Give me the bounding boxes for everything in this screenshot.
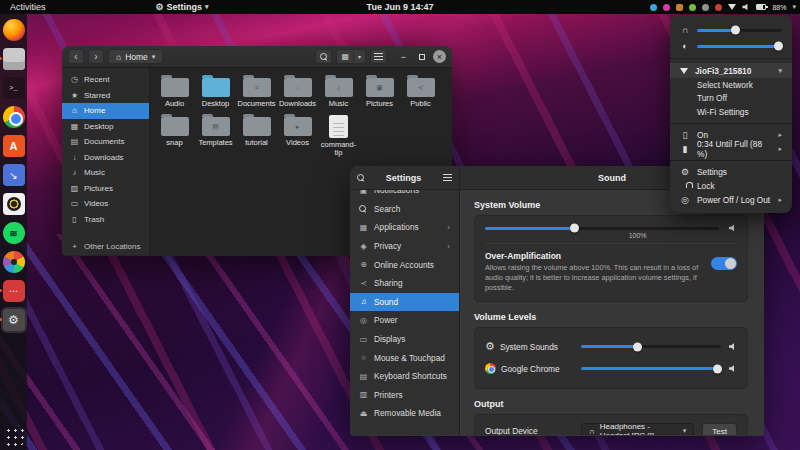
path-button[interactable]: ⌂ Home ▾ — [108, 49, 163, 64]
sound-icon: ♫ — [359, 297, 368, 306]
folder-downloads[interactable]: ↓Downloads — [277, 74, 318, 109]
notifications-icon: ▣ — [359, 190, 368, 195]
files-headerbar: ‹ › ⌂ Home ▾ ▦ ▾ − × — [62, 46, 452, 68]
brightness-slider[interactable] — [697, 45, 782, 48]
tray-app-icon-red[interactable] — [715, 4, 722, 11]
dock-item-spotify[interactable]: ≋ — [3, 222, 25, 244]
sidebar-item-starred[interactable]: ★Starred — [62, 88, 149, 104]
back-button[interactable]: ‹ — [68, 49, 84, 64]
folder-public[interactable]: ≺Public — [400, 74, 441, 109]
folder-label: Videos — [286, 139, 309, 148]
menu-item-turn-off[interactable]: Turn Off — [670, 92, 792, 106]
hamburger-menu-icon[interactable] — [443, 174, 452, 181]
sidebar-item-music[interactable]: ♪Music — [62, 165, 149, 181]
sidebar-item-pictures[interactable]: ▨Pictures — [62, 181, 149, 197]
dock-item-chrome[interactable] — [3, 106, 25, 128]
app-grid-button[interactable] — [4, 426, 24, 446]
folder-snap[interactable]: snap — [154, 113, 195, 158]
sidebar-item-downloads[interactable]: ↓Downloads — [62, 150, 149, 166]
menu-item-power-off[interactable]: ◎ Power Off / Log Out ▸ — [670, 193, 792, 207]
window-menu-button[interactable] — [370, 49, 387, 64]
search-icon[interactable] — [357, 174, 364, 181]
folder-desktop[interactable]: Desktop — [195, 74, 236, 109]
settings-item-printers[interactable]: ▥Printers — [350, 386, 459, 405]
settings-item-applications[interactable]: ▦Applications› — [350, 218, 459, 237]
settings-item-sound[interactable]: ♫Sound — [350, 293, 459, 312]
dock-item-media-player[interactable] — [3, 193, 25, 215]
file-label: command-tip — [318, 141, 359, 158]
menu-volume-slider[interactable] — [697, 29, 782, 32]
system-tray[interactable]: 88% ▾ — [650, 3, 796, 11]
sidebar-item-trash[interactable]: ▯Trash — [62, 212, 149, 228]
file-command-tip[interactable]: command-tip — [318, 113, 359, 158]
tray-app-icon-gray[interactable] — [702, 4, 709, 11]
settings-item-keyboard-shortcuts[interactable]: ▤Keyboard Shortcuts — [350, 367, 459, 386]
folder-audio[interactable]: Audio — [154, 74, 195, 109]
menu-item-settings[interactable]: ⚙ Settings — [670, 165, 792, 179]
privacy-lock-icon: ◈ — [359, 242, 368, 251]
dock-item-chat[interactable]: ⋯ — [3, 280, 25, 302]
dock-item-files[interactable] — [3, 48, 25, 70]
over-amplification-toggle[interactable] — [711, 257, 737, 270]
sidebar-item-other-locations[interactable]: +Other Locations — [62, 239, 149, 255]
search-button[interactable] — [315, 49, 332, 64]
sidebar-item-desktop[interactable]: ▦Desktop — [62, 119, 149, 135]
wifi-network-row[interactable]: JioFi3_215810 ▾ — [670, 63, 792, 78]
sidebar-item-recent[interactable]: ◷Recent — [62, 72, 149, 88]
search-icon — [320, 53, 327, 60]
settings-item-mouse-touchpad[interactable]: ○Mouse & Touchpad — [350, 348, 459, 367]
power-icon: ◎ — [359, 316, 368, 325]
close-button[interactable]: × — [433, 50, 446, 63]
settings-item-removable-media[interactable]: ⏏Removable Media — [350, 404, 459, 423]
folder-videos[interactable]: ▸Videos — [277, 113, 318, 158]
dock-item-photos[interactable] — [3, 251, 25, 273]
dock-item-settings[interactable]: ⚙ — [3, 309, 25, 331]
forward-button[interactable]: › — [88, 49, 104, 64]
system-sounds-slider[interactable] — [581, 345, 721, 348]
folder-music[interactable]: ♪Music — [318, 74, 359, 109]
view-toggle-button[interactable]: ▦ ▾ — [336, 49, 366, 64]
dock-item-text-editor[interactable]: ↘ — [3, 164, 25, 186]
app-menu-button[interactable]: ⚙ Settings ▾ — [156, 2, 209, 12]
folder-pictures[interactable]: ▣Pictures — [359, 74, 400, 109]
tray-app-icon-magenta[interactable] — [663, 4, 670, 11]
menu-item-select-network[interactable]: Select Network — [670, 78, 792, 92]
settings-item-notifications[interactable]: ▣Notifications — [350, 190, 459, 200]
tray-app-icon-green[interactable] — [689, 4, 696, 11]
running-indicator — [0, 57, 2, 60]
test-button[interactable]: Test — [702, 423, 737, 435]
folder-tutorial[interactable]: tutorial — [236, 113, 277, 158]
output-card: Output Device ∩ Headphones - Headset [PC… — [474, 414, 748, 435]
settings-item-displays[interactable]: ▭Displays — [350, 330, 459, 349]
settings-item-sharing[interactable]: ≺Sharing — [350, 274, 459, 293]
output-device-dropdown[interactable]: ∩ Headphones - Headset [PC 8] ▾ — [581, 423, 694, 435]
tray-app-icon-blue[interactable] — [650, 4, 657, 11]
maximize-button[interactable] — [415, 50, 428, 63]
dock-item-software-store[interactable]: A — [3, 135, 25, 157]
desktop: Activities ⚙ Settings ▾ Tue Jun 9 14:47 … — [0, 0, 800, 450]
dock-item-terminal[interactable]: >_ — [3, 77, 25, 99]
google-chrome-slider[interactable] — [581, 367, 721, 370]
menu-item-wifi-settings[interactable]: Wi-Fi Settings — [670, 105, 792, 119]
settings-item-online-accounts[interactable]: ⊕Online Accounts — [350, 255, 459, 274]
tray-app-icon-orange[interactable] — [676, 4, 683, 11]
activities-button[interactable]: Activities — [0, 2, 56, 12]
settings-item-search[interactable]: Search — [350, 200, 459, 219]
top-bar: Activities ⚙ Settings ▾ Tue Jun 9 14:47 … — [0, 0, 800, 14]
folder-documents[interactable]: ≡Documents — [236, 74, 277, 109]
settings-item-label: Applications — [374, 222, 419, 232]
settings-item-power[interactable]: ◎Power — [350, 311, 459, 330]
sidebar-item-videos[interactable]: ▭Videos — [62, 196, 149, 212]
sidebar-item-documents[interactable]: ▤Documents — [62, 134, 149, 150]
settings-item-privacy[interactable]: ◈Privacy› — [350, 237, 459, 256]
menu-item-lock[interactable]: Lock — [670, 179, 792, 193]
dock-item-firefox[interactable] — [3, 19, 25, 41]
battery-row[interactable]: ▮ 0:34 Until Full (88 %) ▸ — [670, 142, 792, 156]
system-volume-slider[interactable] — [485, 227, 719, 230]
clock[interactable]: Tue Jun 9 14:47 — [367, 2, 434, 12]
sidebar-item-home[interactable]: ⌂Home — [62, 103, 149, 119]
minimize-button[interactable]: − — [397, 50, 410, 63]
folder-templates[interactable]: ▤Templates — [195, 113, 236, 158]
settings-sidebar: ▣Notifications Search ▦Applications› ◈Pr… — [350, 190, 460, 435]
power-icon: ◎ — [680, 195, 690, 205]
